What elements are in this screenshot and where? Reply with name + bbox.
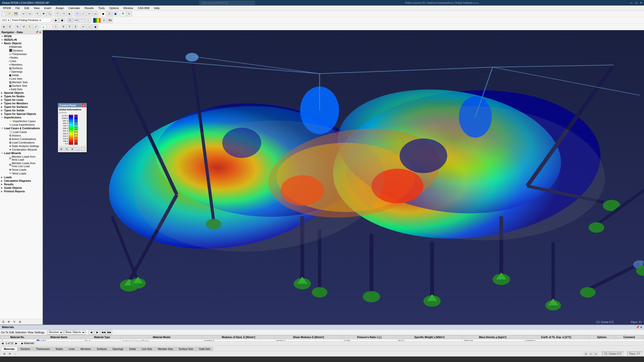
tree-types-solids[interactable]: ▶ Types for Solids: [0, 109, 43, 112]
view-nav-btn[interactable]: V: [12, 320, 17, 324]
bottom-pin-btn[interactable]: 📌: [636, 326, 639, 329]
tree-types-lines[interactable]: ▶ Types for Lines: [0, 98, 43, 102]
tree-imperfections[interactable]: ▼ Imperfections: [0, 116, 43, 119]
snap-btn[interactable]: ⊕: [1, 24, 7, 29]
tree-types-special[interactable]: ▶ Types for Special Objects: [0, 112, 43, 116]
menu-view[interactable]: View: [32, 6, 42, 10]
tree-thicknesses[interactable]: ▭ Thicknesses: [0, 52, 43, 56]
redo-btn[interactable]: ↪: [27, 11, 32, 16]
results-on-btn[interactable]: R: [120, 11, 126, 16]
tree-imper-cases[interactable]: ⚡ Imperfection Cases: [0, 119, 43, 123]
menu-rfem[interactable]: RFEM: [1, 6, 13, 10]
tree-types-surfaces[interactable]: ▶ Types for Surfaces: [0, 105, 43, 109]
statusbar-btn-3[interactable]: ⊟: [594, 352, 598, 356]
menu-help[interactable]: Help: [152, 6, 162, 10]
new-btn[interactable]: 📄: [1, 11, 7, 16]
view-btn[interactable]: View: [27, 331, 33, 334]
node-btn[interactable]: •: [74, 11, 80, 16]
tab-surface-sets[interactable]: Surface Sets: [176, 347, 196, 351]
color-scale-btn[interactable]: [93, 18, 101, 23]
menu-tools[interactable]: Tools: [96, 6, 107, 10]
stop-calc-btn[interactable]: ◼: [59, 18, 65, 23]
menu-calculate[interactable]: Calculate: [66, 6, 82, 10]
hide-btn[interactable]: ◌: [87, 24, 92, 29]
first-page-btn[interactable]: ◀◀: [101, 330, 106, 335]
tab-surfaces[interactable]: Surfaces: [94, 347, 109, 351]
viewport-3d[interactable]: Control Panel × Global Deformations [u] …: [43, 30, 644, 325]
next-page-btn[interactable]: ▶: [95, 330, 100, 335]
cp-btn-4[interactable]: 📊: [75, 147, 80, 151]
settings-nav-btn[interactable]: ⚙: [18, 320, 22, 324]
tab-nodes[interactable]: Nodes: [53, 347, 66, 351]
x-axis-btn[interactable]: X: [61, 24, 66, 29]
prev-arrow[interactable]: ◀: [2, 342, 4, 345]
dropdown-arrow-icon[interactable]: ▾: [8, 19, 9, 22]
rotate-x-btn[interactable]: ↻: [15, 24, 20, 29]
tree-snow-loads[interactable]: ❄ Snow Loads: [0, 168, 43, 171]
tree-load-wizards[interactable]: ▼ Load Wizards: [0, 151, 43, 155]
cp-btn-1[interactable]: ⊞: [59, 147, 64, 151]
status-icon-1[interactable]: ⚙: [2, 352, 7, 356]
cp-header[interactable]: Control Panel ×: [58, 103, 87, 107]
menu-results[interactable]: Results: [83, 6, 96, 10]
selection-btn[interactable]: Selection: [15, 331, 26, 334]
view-3d-btn[interactable]: ◈: [67, 11, 72, 16]
isolines-btn[interactable]: ≡: [101, 18, 107, 23]
render-btn[interactable]: ◼: [100, 11, 106, 16]
dropdown-arrow2-icon[interactable]: ▾: [39, 19, 41, 22]
line-btn[interactable]: ∕: [80, 11, 86, 16]
tree-file[interactable]: ▼ 002525.rf6: [0, 38, 43, 41]
window-controls[interactable]: ─ □ ×: [630, 1, 642, 5]
isolate-btn[interactable]: ◉: [93, 24, 98, 29]
tab-solids[interactable]: Solids: [126, 347, 139, 351]
cp-close-btn[interactable]: ×: [82, 104, 85, 107]
tree-comb-wizards[interactable]: ✦ Combination Wizards: [0, 148, 43, 151]
tree-solids[interactable]: ◼ Solids: [0, 73, 43, 77]
open-btn[interactable]: 📂: [7, 11, 13, 16]
filter-dropdown[interactable]: Structure: [48, 330, 63, 335]
tree-surfaces[interactable]: ▤ Surfaces: [0, 66, 43, 70]
view-top-btn[interactable]: ⊤: [55, 11, 60, 16]
tree-actions[interactable]: ⚙ Actions: [0, 134, 43, 137]
menu-window[interactable]: Window: [121, 6, 135, 10]
prev-page-btn[interactable]: ◀: [89, 330, 94, 335]
tree-results[interactable]: ▶ Results: [0, 183, 43, 186]
tab-lines[interactable]: Lines: [66, 347, 77, 351]
tree-solid-sets[interactable]: ▪ Solid Sets: [0, 87, 43, 91]
undo-btn[interactable]: ↩: [21, 11, 26, 16]
tree-guide-objects[interactable]: ▶ Guide Objects: [0, 186, 43, 190]
tab-materials[interactable]: Materials: [1, 347, 17, 351]
tree-load-cases-comb[interactable]: ▼ Load Cases & Combinations: [0, 126, 43, 130]
minimize-btn[interactable]: ─: [630, 1, 632, 5]
statusbar-btn-1[interactable]: ⊞: [584, 352, 588, 356]
move-btn[interactable]: ✥: [41, 11, 46, 16]
cp-btn-3[interactable]: ⊟: [70, 147, 75, 151]
tab-member-sets[interactable]: Member Sets: [155, 347, 176, 351]
tree-sections[interactable]: ⬛ Sections: [0, 49, 43, 52]
tree-nodes[interactable]: • Nodes: [0, 56, 43, 59]
tree-materials[interactable]: ■ Materials: [0, 45, 43, 49]
surface-btn[interactable]: ▭: [93, 11, 98, 16]
section-cut-btn[interactable]: ✂: [80, 24, 86, 29]
tree-action-comb[interactable]: ⊕ Action Combinations: [0, 137, 43, 141]
tree-openings[interactable]: ○ Openings: [0, 70, 43, 73]
zoom-fit-btn[interactable]: ⤢: [33, 24, 38, 29]
imper-btn[interactable]: ⌇: [53, 24, 58, 29]
tree-member-sets[interactable]: ▥ Member Sets: [0, 80, 43, 84]
tree-special-objects[interactable]: ▶ Special Objects: [0, 91, 43, 95]
tree-wind-loads[interactable]: 〜 Wind Loads: [0, 171, 43, 175]
show-moments-btn[interactable]: ⌒: [79, 18, 85, 23]
filter2-dropdown[interactable]: Basic Objects: [64, 330, 86, 335]
tree-calc-diagrams[interactable]: ▶ Calculation Diagrams: [0, 179, 43, 183]
status-icon-2[interactable]: 👁: [8, 352, 12, 356]
tree-surface-sets[interactable]: ▦ Surface Sets: [0, 84, 43, 87]
cp-btn-5[interactable]: 📈: [81, 147, 86, 151]
display-btn[interactable]: 👁: [7, 320, 11, 324]
search-input[interactable]: [199, 1, 255, 5]
tree-load-comb[interactable]: ⊞ Load Combinations: [0, 141, 43, 144]
edit-btn[interactable]: Edit: [9, 331, 14, 334]
lc-name-dropdown[interactable]: Form-Finding Prestress ▾: [11, 18, 51, 23]
zoom-in-btn[interactable]: 🔍: [47, 11, 52, 16]
settings-btn[interactable]: Settings: [34, 331, 45, 334]
tree-rfem[interactable]: ▼ RFEM: [0, 34, 43, 38]
